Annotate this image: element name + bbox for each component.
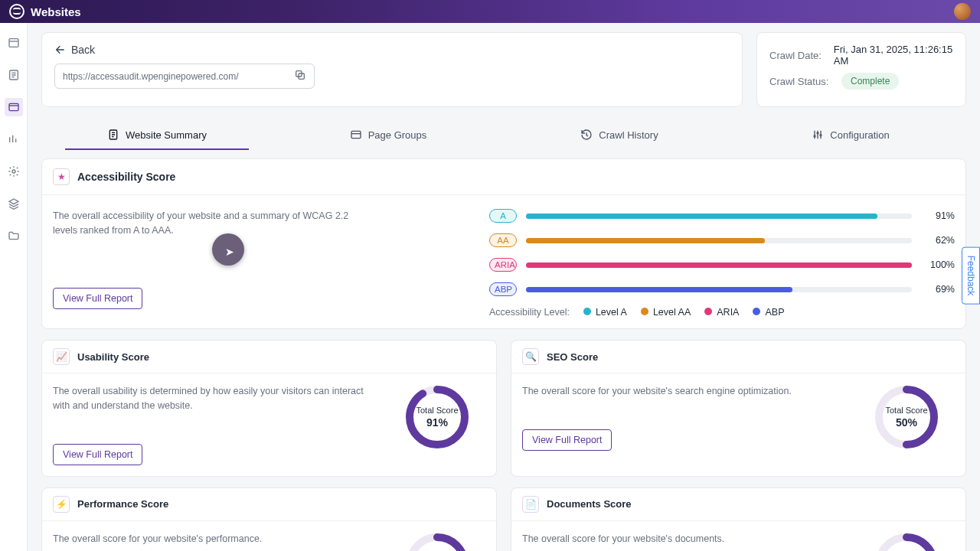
tab-crawl-history[interactable]: Crawl History [504, 119, 735, 150]
bar-a-track [526, 214, 912, 219]
bar-aa-label: AA [489, 233, 517, 247]
avatar[interactable] [954, 3, 971, 20]
accessibility-desc: The overall accessibility of your websit… [53, 209, 374, 238]
url-text: https://accessaudit.wpenginepowered.com/ [63, 71, 294, 82]
documents-card: 📄Documents Score The overall score for y… [511, 487, 966, 552]
back-button[interactable]: Back [54, 44, 730, 56]
feedback-button[interactable]: Feedback [962, 247, 980, 305]
copy-button[interactable] [294, 69, 306, 83]
sidebar-item-websites[interactable] [5, 98, 23, 116]
sidebar-item-layers[interactable] [5, 194, 23, 213]
config-icon [812, 129, 824, 141]
accessibility-view-full-button[interactable]: View Full Report [53, 288, 142, 309]
svg-rect-7 [351, 131, 361, 138]
sidebar [0, 23, 28, 551]
page-groups-icon [350, 129, 362, 141]
svg-rect-2 [9, 103, 18, 110]
svg-point-9 [817, 132, 818, 134]
usability-donut: Total Score91% [404, 384, 470, 450]
crawl-card: Crawl Date: Fri, Jan 31, 2025, 11:26:15 … [756, 32, 966, 107]
tab-summary[interactable]: Website Summary [41, 119, 273, 150]
logo[interactable]: Websites [9, 4, 81, 19]
performance-card: ⚡Performance Score The overall score for… [41, 487, 497, 552]
svg-rect-0 [9, 39, 18, 47]
history-icon [580, 129, 593, 141]
seo-donut: Total Score50% [874, 384, 939, 450]
svg-point-3 [12, 170, 15, 173]
crawl-date-label: Crawl Date: [769, 50, 826, 61]
performance-title: Performance Score [77, 498, 168, 510]
documents-title: Documents Score [547, 498, 632, 510]
topbar: Websites [0, 0, 980, 23]
bar-abp-value: 69% [921, 284, 955, 295]
svg-point-8 [814, 135, 815, 137]
tab-config[interactable]: Configuration [735, 119, 966, 150]
usability-card: 📈Usability Score The overall usability i… [41, 340, 497, 477]
usability-view-full-button[interactable]: View Full Report [53, 444, 142, 465]
nav-card: Back https://accessaudit.wpenginepowered… [41, 32, 743, 107]
performance-desc: The overall score for your website's per… [53, 532, 374, 546]
bar-a-value: 91% [921, 210, 955, 221]
accessibility-icon: ★ [53, 168, 70, 185]
sidebar-item-settings[interactable] [5, 162, 23, 181]
bar-abp-label: ABP [489, 282, 517, 296]
sidebar-item-reports[interactable] [5, 66, 23, 84]
svg-point-10 [820, 135, 822, 136]
bar-aa-value: 62% [921, 235, 955, 246]
performance-icon: ⚡ [53, 496, 70, 513]
sidebar-item-dashboard[interactable] [5, 34, 23, 52]
crawl-status-label: Crawl Status: [769, 76, 834, 87]
usability-title: Usability Score [77, 351, 149, 363]
back-arrow-icon [54, 44, 67, 56]
bar-a-label: A [489, 209, 517, 223]
summary-icon [107, 129, 119, 141]
bar-aria-label: ARIA [489, 258, 517, 272]
tabs: Website Summary Page Groups Crawl Histor… [41, 119, 966, 151]
documents-desc: The overall score for your website's doc… [522, 532, 844, 546]
seo-view-full-button[interactable]: View Full Report [522, 429, 612, 451]
seo-desc: The overall score for your website's sea… [522, 384, 844, 399]
crawl-status-value: Complete [841, 73, 899, 90]
cursor-arrow-icon: ➤ [225, 246, 234, 258]
performance-donut: Total Score56% [404, 532, 470, 552]
documents-icon: 📄 [522, 496, 539, 513]
seo-icon: 🔍 [522, 348, 539, 365]
back-label: Back [71, 44, 95, 56]
sidebar-item-analytics[interactable] [5, 130, 23, 148]
logo-icon [9, 4, 24, 19]
bar-abp-track [526, 287, 912, 292]
accessibility-title: Accessibility Score [77, 171, 175, 183]
bar-aria-track [526, 262, 912, 268]
crawl-date-value: Fri, Jan 31, 2025, 11:26:15 AM [834, 44, 953, 67]
documents-donut: Total Score25% [874, 532, 939, 552]
usability-icon: 📈 [53, 348, 70, 365]
bar-aa-track [526, 238, 912, 243]
accessibility-card: ★ Accessibility Score The overall access… [41, 158, 966, 329]
brand-name: Websites [31, 5, 81, 18]
accessibility-legend: Accessibility Level: Level A Level AA AR… [489, 307, 955, 318]
usability-desc: The overall usability is determined by h… [53, 384, 374, 413]
url-box: https://accessaudit.wpenginepowered.com/ [54, 64, 315, 89]
sidebar-item-folders[interactable] [5, 227, 23, 245]
seo-card: 🔍SEO Score The overall score for your we… [511, 340, 966, 477]
tab-page-groups[interactable]: Page Groups [273, 119, 504, 150]
seo-title: SEO Score [547, 351, 598, 363]
bar-aria-value: 100% [921, 259, 955, 270]
